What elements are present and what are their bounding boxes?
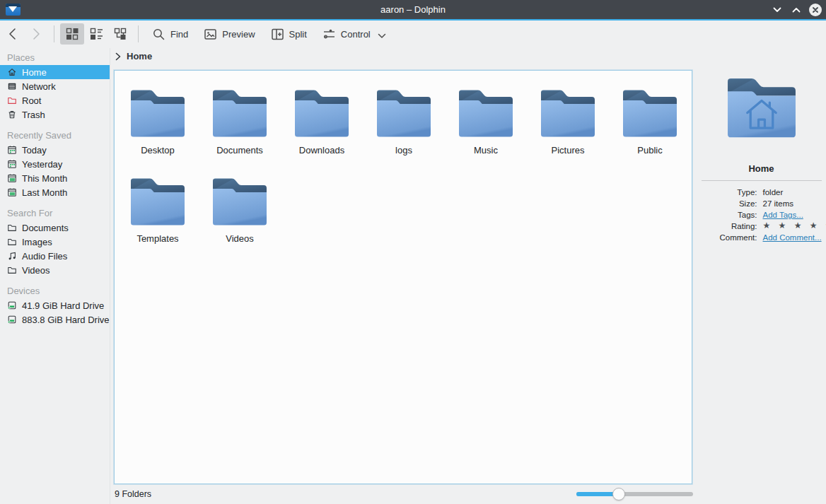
- network-icon: [7, 81, 17, 91]
- add-tags-link[interactable]: Add Tags...: [763, 211, 826, 220]
- home-icon: [7, 67, 17, 77]
- back-button[interactable]: [0, 24, 24, 44]
- slider-handle[interactable]: [612, 488, 625, 500]
- sidebar-item-home[interactable]: Home: [0, 65, 110, 79]
- section-header-devices: Devices: [0, 284, 110, 298]
- calendar-icon: [7, 159, 17, 169]
- sidebar-item-label: This Month: [22, 173, 67, 184]
- control-label: Control: [341, 29, 371, 40]
- folder-item[interactable]: Templates: [117, 172, 199, 261]
- folder-icon: [128, 84, 187, 139]
- folder-view[interactable]: Desktop Documents Downloads logs Music P…: [114, 70, 692, 484]
- folder-item[interactable]: logs: [363, 84, 445, 172]
- music-note-icon: [7, 251, 17, 261]
- sidebar-item-images[interactable]: Images: [0, 235, 110, 249]
- size-label: Size:: [698, 199, 757, 209]
- titlebar: aaron – Dolphin: [0, 0, 826, 19]
- folder-item[interactable]: Downloads: [281, 84, 363, 172]
- folder-icon: [538, 84, 598, 139]
- sidebar-item-today[interactable]: Today: [0, 143, 110, 157]
- folder-label: Public: [637, 145, 662, 156]
- folder-label: Videos: [226, 233, 254, 244]
- sidebar-item-label: Audio Files: [22, 251, 67, 262]
- split-view-icon: [271, 28, 284, 41]
- minimize-button[interactable]: [771, 4, 784, 16]
- section-header-search-for: Search For: [0, 206, 110, 221]
- info-panel-title: Home: [748, 163, 774, 174]
- rating-stars[interactable]: ★ ★ ★ ★ ★: [763, 222, 826, 231]
- breadcrumb-current[interactable]: Home: [127, 51, 152, 61]
- find-button[interactable]: Find: [147, 24, 193, 45]
- sidebar-item-audio-files[interactable]: Audio Files: [0, 249, 110, 263]
- hard-drive-icon: [7, 300, 17, 310]
- sidebar-item-label: Documents: [22, 223, 69, 233]
- close-button[interactable]: [809, 4, 822, 16]
- maximize-button[interactable]: [790, 4, 803, 16]
- size-value: 27 items: [763, 199, 826, 209]
- folder-label: logs: [395, 145, 412, 156]
- root-folder-icon: [7, 95, 17, 105]
- folder-item[interactable]: Desktop: [117, 84, 199, 172]
- toolbar-separator: [54, 25, 54, 42]
- sidebar-item-hard-drive-1[interactable]: 41.9 GiB Hard Drive: [0, 298, 110, 312]
- zoom-slider[interactable]: [576, 487, 693, 501]
- preview-button[interactable]: Preview: [199, 24, 260, 45]
- sidebar-item-network[interactable]: Network: [0, 79, 110, 93]
- tree-view-button[interactable]: [108, 23, 132, 45]
- folder-icon: [210, 172, 269, 228]
- chevron-down-icon: [773, 7, 781, 13]
- icons-view-icon: [65, 27, 79, 41]
- folder-item[interactable]: Public: [609, 84, 691, 172]
- hard-drive-icon: [7, 315, 17, 324]
- sidebar-item-documents[interactable]: Documents: [0, 221, 110, 235]
- folder-icon: [456, 84, 516, 139]
- sidebar-item-root[interactable]: Root: [0, 93, 110, 107]
- calendar-icon: [7, 145, 17, 155]
- folder-label: Music: [474, 145, 498, 156]
- folder-label: Documents: [216, 145, 263, 156]
- folder-icon: [620, 84, 680, 139]
- sidebar-item-yesterday[interactable]: Yesterday: [0, 157, 110, 171]
- chevron-down-icon: [378, 33, 386, 39]
- split-button[interactable]: Split: [266, 24, 312, 45]
- places-panel: Places Home Network Root Trash Recently …: [0, 48, 110, 504]
- sidebar-item-label: Network: [22, 81, 56, 92]
- folder-item[interactable]: Documents: [199, 84, 281, 172]
- chevron-left-icon: [8, 28, 16, 40]
- folder-item[interactable]: Pictures: [527, 84, 609, 172]
- close-icon: [812, 6, 819, 13]
- sidebar-item-label: 883.8 GiB Hard Drive: [22, 315, 110, 325]
- window-title: aaron – Dolphin: [0, 4, 826, 15]
- sliders-icon: [322, 28, 336, 41]
- comment-label: Comment:: [698, 233, 757, 242]
- add-comment-link[interactable]: Add Comment...: [763, 233, 826, 242]
- home-folder-icon: [724, 71, 799, 141]
- folder-icon: [374, 84, 434, 139]
- chevron-right-icon: [33, 28, 40, 40]
- calendar-icon: [7, 173, 17, 183]
- information-panel: Home Type: folder Size: 27 items Tags: A…: [697, 67, 826, 242]
- search-icon: [152, 28, 165, 41]
- trash-icon: [7, 110, 17, 119]
- preview-label: Preview: [222, 29, 255, 40]
- icons-view-button[interactable]: [60, 23, 84, 45]
- forward-button[interactable]: [24, 24, 48, 44]
- sidebar-item-label: 41.9 GiB Hard Drive: [22, 300, 104, 311]
- control-button[interactable]: Control: [318, 24, 391, 45]
- sidebar-item-label: Yesterday: [22, 159, 62, 170]
- folder-label: Downloads: [299, 145, 344, 156]
- rating-label: Rating:: [698, 222, 757, 231]
- sidebar-item-trash[interactable]: Trash: [0, 107, 110, 122]
- folder-item[interactable]: Music: [445, 84, 527, 172]
- details-view-button[interactable]: [84, 23, 108, 45]
- sidebar-item-hard-drive-2[interactable]: 883.8 GiB Hard Drive: [0, 312, 110, 327]
- folder-item[interactable]: Videos: [199, 172, 281, 261]
- sidebar-item-label: Home: [22, 67, 47, 78]
- split-label: Split: [289, 29, 307, 40]
- status-bar: 9 Folders: [114, 484, 693, 504]
- sidebar-item-label: Last Month: [22, 187, 67, 198]
- breadcrumb[interactable]: Home: [115, 51, 152, 61]
- sidebar-item-videos[interactable]: Videos: [0, 263, 110, 277]
- sidebar-item-this-month[interactable]: This Month: [0, 171, 110, 185]
- sidebar-item-last-month[interactable]: Last Month: [0, 185, 110, 199]
